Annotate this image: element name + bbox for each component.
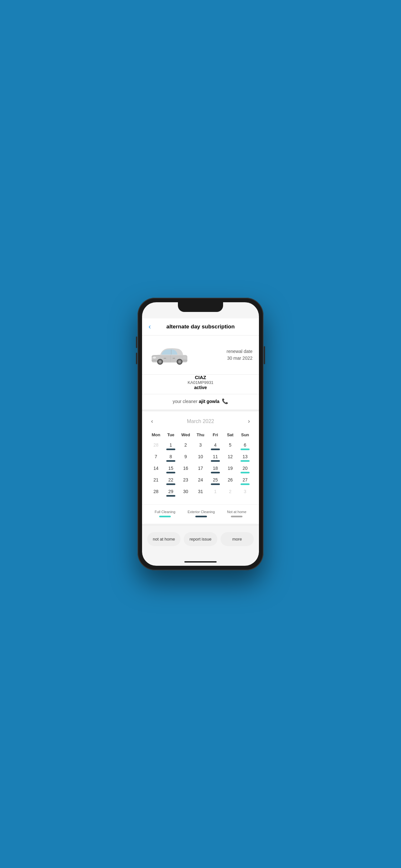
car-status: active [142, 385, 259, 390]
cal-day-3-next[interactable]: 3 [238, 488, 252, 498]
cal-day-12[interactable]: 12 [223, 453, 238, 463]
legend-not-at-home: Not at home [227, 510, 246, 517]
back-button[interactable]: ‹ [149, 322, 151, 331]
legend-exterior-cleaning-label: Exterior Cleaning [188, 510, 215, 514]
calendar-week-1: 28 1 2 3 4 5 6 [149, 441, 252, 452]
day-header-thu: Thu [193, 431, 208, 438]
car-plate: KA01MP9931 [142, 380, 259, 385]
cal-day-16[interactable]: 16 [178, 464, 193, 475]
cal-day-14[interactable]: 14 [149, 464, 163, 475]
cal-day-24[interactable]: 24 [193, 476, 208, 486]
cal-day-23[interactable]: 23 [178, 476, 193, 486]
cal-day-7[interactable]: 7 [149, 453, 163, 463]
cal-day-2[interactable]: 2 [178, 441, 193, 452]
cal-day-6[interactable]: 6 [238, 441, 252, 452]
cleaner-prefix: your cleaner [173, 399, 197, 404]
cal-day-4[interactable]: 4 [208, 441, 223, 452]
page-title: alternate day subscription [149, 323, 252, 330]
cal-day-27[interactable]: 27 [238, 476, 252, 486]
more-button[interactable]: more [220, 532, 254, 546]
calendar-section: ‹ March 2022 › Mon Tue Wed Thu Fri Sat S… [142, 411, 259, 504]
day-header-mon: Mon [149, 431, 163, 438]
cal-day-26[interactable]: 26 [223, 476, 238, 486]
cal-day-13[interactable]: 13 [238, 453, 252, 463]
cal-day-10[interactable]: 10 [193, 453, 208, 463]
cal-day-2-next[interactable]: 2 [223, 488, 238, 498]
renewal-info: renewal date 30 mar 2022 [190, 348, 252, 362]
header: ‹ alternate day subscription [142, 318, 259, 336]
report-issue-button[interactable]: report issue [184, 532, 217, 546]
cal-day-25[interactable]: 25 [208, 476, 223, 486]
month-label: March 2022 [187, 418, 214, 424]
cal-day-19[interactable]: 19 [223, 464, 238, 475]
phone-frame: ‹ alternate day subscription [137, 298, 264, 570]
svg-point-6 [183, 356, 186, 359]
calendar-grid: Mon Tue Wed Thu Fri Sat Sun 28 1 2 3 [149, 431, 252, 498]
legend-exterior-cleaning-bar [195, 516, 207, 517]
cal-day-11[interactable]: 11 [208, 453, 223, 463]
calendar-week-5: 28 29 30 31 1 2 3 [149, 488, 252, 498]
cleaner-name: ajit gowla [199, 399, 220, 404]
cal-day-29[interactable]: 29 [163, 488, 178, 498]
legend-full-cleaning-bar [159, 516, 171, 517]
svg-rect-14 [173, 358, 175, 359]
volume-up-button [136, 337, 137, 348]
renewal-label: renewal date [190, 348, 252, 355]
cal-day-18[interactable]: 18 [208, 464, 223, 475]
day-header-tue: Tue [163, 431, 178, 438]
cal-day-20[interactable]: 20 [238, 464, 252, 475]
legend-not-at-home-bar [231, 516, 243, 517]
action-buttons: not at home report issue more [142, 526, 259, 553]
calendar-nav: ‹ March 2022 › [149, 416, 252, 426]
screen-content: ‹ alternate day subscription [142, 302, 259, 566]
cal-day-8[interactable]: 8 [163, 453, 178, 463]
svg-point-9 [159, 361, 161, 362]
cal-day-30[interactable]: 30 [178, 488, 193, 498]
svg-point-5 [153, 356, 156, 359]
renewal-date: 30 mar 2022 [190, 355, 252, 362]
not-at-home-button[interactable]: not at home [147, 532, 181, 546]
cal-day-5[interactable]: 5 [223, 441, 238, 452]
legend-exterior-cleaning: Exterior Cleaning [188, 510, 215, 517]
legend-full-cleaning: Full Cleaning [155, 510, 175, 517]
day-header-sun: Sun [238, 431, 252, 438]
cleaner-row: your cleaner ajit gowla 📞 [142, 394, 259, 411]
day-header-sat: Sat [223, 431, 238, 438]
cal-day-1-next[interactable]: 1 [208, 488, 223, 498]
calendar-week-2: 7 8 9 10 11 12 13 [149, 453, 252, 463]
home-indicator [184, 561, 217, 562]
calendar-week-4: 21 22 23 24 25 26 27 [149, 476, 252, 486]
car-illustration [149, 343, 190, 367]
car-details: CIAZ KA01MP9931 active [142, 375, 259, 394]
cal-day-28[interactable]: 28 [149, 488, 163, 498]
day-header-fri: Fri [208, 431, 223, 438]
svg-rect-3 [152, 360, 157, 361]
phone-screen: ‹ alternate day subscription [142, 302, 259, 566]
cal-day-31[interactable]: 31 [193, 488, 208, 498]
car-image [149, 342, 190, 368]
cal-day-22[interactable]: 22 [163, 476, 178, 486]
volume-down-button [136, 352, 137, 364]
cal-day-3[interactable]: 3 [193, 441, 208, 452]
legend-not-at-home-label: Not at home [227, 510, 246, 514]
cal-day-1[interactable]: 1 [163, 441, 178, 452]
svg-point-12 [179, 361, 181, 362]
day-header-row: Mon Tue Wed Thu Fri Sat Sun [149, 431, 252, 438]
cal-day-17[interactable]: 17 [193, 464, 208, 475]
cal-day-21[interactable]: 21 [149, 476, 163, 486]
cal-day-15[interactable]: 15 [163, 464, 178, 475]
legend-section: Full Cleaning Exterior Cleaning Not at h… [142, 504, 259, 526]
day-header-wed: Wed [178, 431, 193, 438]
calendar-week-3: 14 15 16 17 18 19 20 [149, 464, 252, 475]
legend-full-cleaning-label: Full Cleaning [155, 510, 175, 514]
next-month-button[interactable]: › [245, 416, 252, 426]
car-section: renewal date 30 mar 2022 [142, 336, 259, 375]
cal-day-9[interactable]: 9 [178, 453, 193, 463]
cal-day-28-prev[interactable]: 28 [149, 441, 163, 452]
notch [178, 302, 223, 312]
prev-month-button[interactable]: ‹ [149, 416, 156, 426]
svg-rect-15 [164, 358, 166, 359]
svg-rect-4 [182, 360, 187, 361]
phone-icon[interactable]: 📞 [222, 398, 228, 404]
power-button [264, 346, 265, 364]
